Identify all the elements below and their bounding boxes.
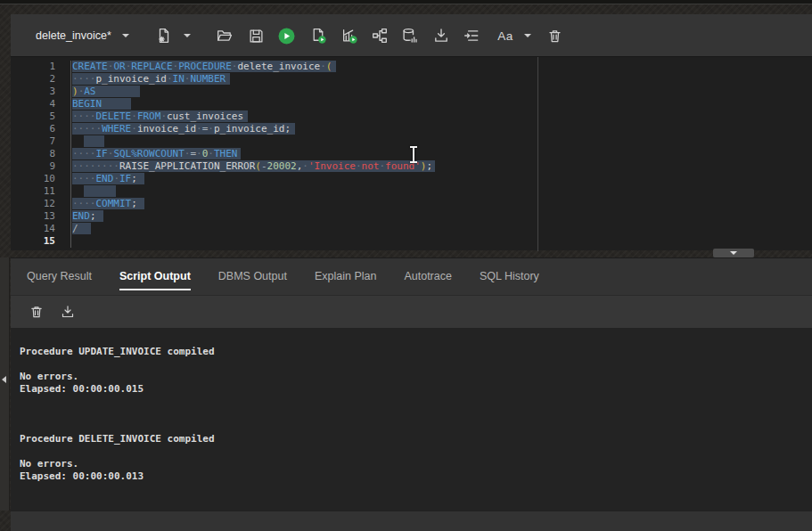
line-number[interactable]: 4 — [11, 98, 55, 110]
code-line-3[interactable]: 3)·AS — [11, 86, 812, 98]
line-number[interactable]: 11 — [11, 185, 55, 198]
line-number[interactable]: 8 — [11, 148, 55, 160]
worksheet-toolbar: delete_invoice* — [11, 14, 812, 56]
trash-icon — [547, 29, 562, 44]
text-size-icon: Aa — [497, 29, 513, 43]
bottom-status-band — [11, 511, 812, 531]
chevron-down-icon — [524, 34, 531, 37]
indent-lines-icon — [463, 28, 480, 44]
code-line-2[interactable]: 2····p_invoice_id·IN·NUMBER — [11, 73, 812, 86]
new-worksheet-dropdown[interactable] — [182, 32, 193, 39]
save-button[interactable] — [245, 25, 267, 46]
line-number[interactable]: 9 — [11, 160, 55, 173]
script-output-text: Procedure UPDATE_INVOICE compiled No err… — [11, 328, 812, 483]
line-number[interactable]: 13 — [11, 210, 55, 223]
script-output-panel: Procedure UPDATE_INVOICE compiled No err… — [11, 328, 812, 511]
code-line-15[interactable]: 15 — [11, 235, 812, 248]
tab-sql-history[interactable]: SQL History — [480, 264, 539, 290]
new-file-icon — [156, 28, 172, 44]
line-number[interactable]: 6 — [11, 123, 55, 135]
code-line-1[interactable]: 1CREATE·OR·REPLACE·PROCEDURE·delete_invo… — [11, 61, 812, 73]
tab-script-output[interactable]: Script Output — [119, 264, 191, 290]
output-tabs: Query ResultScript OutputDBMS OutputExpl… — [11, 257, 812, 295]
open-file-button[interactable] — [214, 25, 235, 46]
explain-plan-button[interactable] — [369, 25, 390, 46]
output-toolbar — [11, 295, 812, 328]
tab-dbms-output[interactable]: DBMS Output — [218, 264, 287, 290]
format-lines-button[interactable] — [461, 25, 482, 46]
download-icon — [433, 28, 449, 44]
tab-explain-plan[interactable]: Explain Plan — [315, 264, 377, 290]
database-stats-button[interactable] — [399, 25, 421, 46]
line-number[interactable]: 1 — [11, 61, 55, 73]
right-margin-guide — [537, 57, 538, 251]
chevron-down-icon — [184, 34, 191, 37]
editor-splitter-handle[interactable] — [713, 249, 754, 257]
clear-button[interactable] — [544, 25, 565, 46]
save-icon — [249, 29, 264, 44]
worksheet-selector[interactable]: delete_invoice* — [36, 14, 129, 56]
code-line-14[interactable]: 14/ — [11, 223, 812, 235]
download-button[interactable] — [431, 25, 452, 46]
code-line-5[interactable]: 5····DELETE·FROM·cust_invoices — [11, 110, 812, 123]
window-top-strip — [0, 0, 812, 4]
line-number[interactable]: 7 — [11, 135, 55, 148]
hierarchy-icon — [372, 28, 388, 44]
line-number[interactable]: 3 — [11, 86, 55, 98]
code-line-12[interactable]: 12····COMMIT; — [11, 198, 812, 210]
folder-open-icon — [217, 28, 233, 44]
line-number[interactable]: 2 — [11, 73, 55, 86]
download-icon — [61, 305, 75, 319]
line-number[interactable]: 12 — [11, 198, 55, 210]
line-number[interactable]: 5 — [11, 110, 55, 123]
mouse-cursor-ibeam — [409, 146, 418, 163]
code-line-6[interactable]: 6·····WHERE·invoice_id·=·p_invoice_id; — [11, 123, 812, 135]
code-line-4[interactable]: 4BEGIN — [11, 98, 812, 110]
tab-autotrace[interactable]: Autotrace — [404, 264, 452, 290]
code-line-11[interactable]: 11 — [11, 185, 812, 198]
code-line-13[interactable]: 13END; — [11, 210, 812, 223]
trash-icon — [29, 305, 44, 319]
tab-query-result[interactable]: Query Result — [27, 264, 92, 290]
app-root: delete_invoice* — [0, 0, 812, 531]
panel-collapse-strip[interactable] — [0, 257, 10, 511]
run-icon — [278, 28, 295, 45]
code-line-10[interactable]: 10····END·IF; — [11, 173, 812, 185]
chevron-down-icon — [730, 251, 737, 255]
chart-run-icon — [341, 28, 358, 45]
save-output-button[interactable] — [58, 302, 78, 322]
line-number[interactable]: 14 — [11, 223, 55, 235]
text-options-button[interactable]: Aa — [492, 25, 519, 46]
chevron-down-icon — [122, 34, 129, 37]
database-chart-icon — [402, 28, 418, 44]
run-statement-button[interactable] — [275, 25, 297, 46]
collapse-left-icon — [2, 376, 6, 383]
text-options-dropdown[interactable] — [522, 32, 533, 39]
clear-output-button[interactable] — [27, 302, 46, 322]
line-number[interactable]: 15 — [11, 235, 55, 248]
autotrace-button[interactable] — [339, 25, 360, 46]
worksheet-name: delete_invoice* — [36, 29, 111, 42]
run-script-button[interactable] — [308, 25, 329, 46]
new-worksheet-button[interactable] — [153, 25, 175, 46]
script-run-icon — [310, 28, 327, 45]
line-number[interactable]: 10 — [11, 173, 55, 185]
